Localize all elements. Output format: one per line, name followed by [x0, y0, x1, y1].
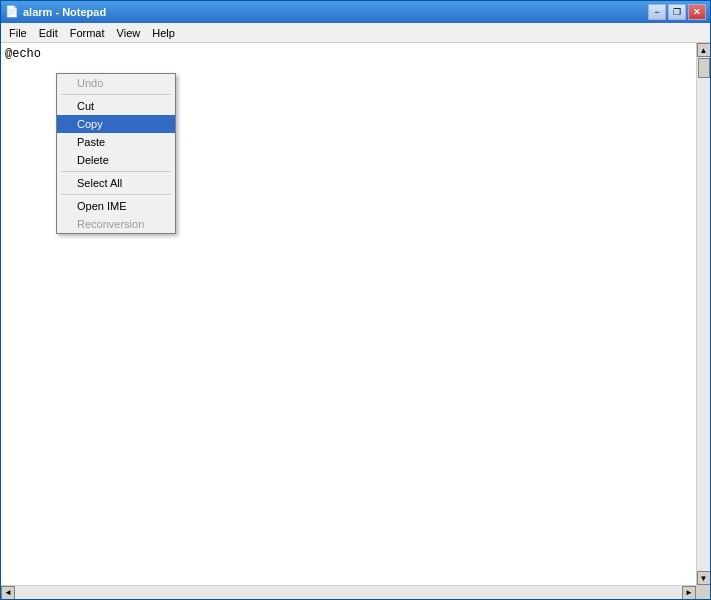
scroll-track-horizontal[interactable] — [15, 587, 682, 599]
context-menu: Undo Cut Copy Paste Delete Select All Op… — [56, 73, 176, 234]
minimize-button[interactable]: − — [648, 4, 666, 20]
context-menu-copy[interactable]: Copy — [57, 115, 175, 133]
context-menu-select-all[interactable]: Select All — [57, 174, 175, 192]
context-menu-separator-1 — [61, 94, 171, 95]
title-bar-left: 📄 alarm - Notepad — [5, 5, 106, 19]
scroll-down-button[interactable]: ▼ — [697, 571, 711, 585]
minimize-icon: − — [654, 7, 659, 17]
scroll-up-button[interactable]: ▲ — [697, 43, 711, 57]
editor-content[interactable]: @echo — [1, 43, 710, 65]
menu-format[interactable]: Format — [64, 25, 111, 41]
context-menu-open-ime[interactable]: Open IME — [57, 197, 175, 215]
context-menu-undo[interactable]: Undo — [57, 74, 175, 92]
editor-area[interactable]: @echo Undo Cut Copy Paste Delete Select … — [1, 43, 710, 599]
scroll-track-vertical[interactable] — [697, 57, 710, 571]
restore-icon: ❐ — [673, 7, 681, 17]
scrollbar-corner — [696, 585, 710, 599]
close-button[interactable]: ✕ — [688, 4, 706, 20]
restore-button[interactable]: ❐ — [668, 4, 686, 20]
menu-bar: File Edit Format View Help — [1, 23, 710, 43]
title-bar: 📄 alarm - Notepad − ❐ ✕ — [1, 1, 710, 23]
context-menu-paste[interactable]: Paste — [57, 133, 175, 151]
close-icon: ✕ — [693, 7, 701, 17]
context-menu-cut[interactable]: Cut — [57, 97, 175, 115]
scroll-left-button[interactable]: ◄ — [1, 586, 15, 600]
editor-text: @echo — [5, 47, 41, 61]
menu-view[interactable]: View — [111, 25, 147, 41]
context-menu-delete[interactable]: Delete — [57, 151, 175, 169]
notepad-window: 📄 alarm - Notepad − ❐ ✕ File Edit Format… — [0, 0, 711, 600]
scroll-right-button[interactable]: ► — [682, 586, 696, 600]
scrollbar-vertical[interactable]: ▲ ▼ — [696, 43, 710, 585]
scrollbar-horizontal[interactable]: ◄ ► — [1, 585, 696, 599]
window-title: alarm - Notepad — [23, 6, 106, 18]
title-buttons: − ❐ ✕ — [648, 4, 706, 20]
context-menu-separator-3 — [61, 194, 171, 195]
app-icon: 📄 — [5, 5, 19, 19]
scroll-thumb-vertical[interactable] — [698, 58, 710, 78]
menu-help[interactable]: Help — [146, 25, 181, 41]
context-menu-separator-2 — [61, 171, 171, 172]
menu-edit[interactable]: Edit — [33, 25, 64, 41]
context-menu-reconversion[interactable]: Reconversion — [57, 215, 175, 233]
menu-file[interactable]: File — [3, 25, 33, 41]
